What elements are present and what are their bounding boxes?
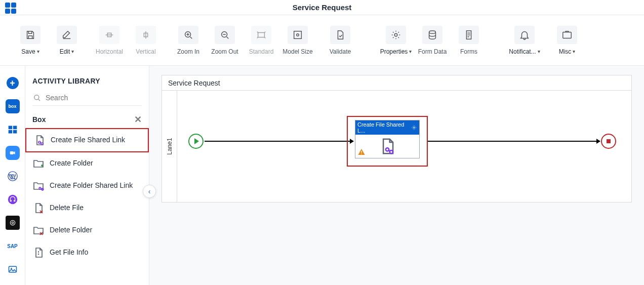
standard-zoom-button: Standard: [246, 26, 276, 55]
close-category-button[interactable]: ✕: [134, 114, 142, 125]
sidebar-item-zoom[interactable]: [6, 146, 20, 160]
activity-create-folder-shared-link[interactable]: Create Folder Shared Link: [25, 175, 149, 197]
sidebar-item-headset[interactable]: [6, 192, 20, 207]
activity-library-panel: ACTIVITY LIBRARY Box ✕ Create File Share…: [25, 66, 149, 285]
warning-icon: [357, 148, 366, 156]
standard-zoom-icon: [256, 29, 267, 40]
sidebar-item-wordpress[interactable]: [6, 169, 20, 183]
activity-label: Get File Info: [50, 248, 88, 257]
activity-create-folder[interactable]: Create Folder: [25, 152, 149, 175]
plus-icon: +: [7, 77, 19, 89]
video-icon: [9, 149, 16, 156]
svg-point-47: [414, 127, 415, 129]
svg-rect-51: [361, 151, 361, 153]
toolbar: Save▾ Edit▾ Horizontal Vertical Zoom In …: [0, 15, 644, 66]
activity-label: Create Folder: [50, 159, 93, 168]
bell-icon: [519, 29, 530, 40]
align-horizontal-icon: [104, 29, 115, 40]
svg-line-9: [227, 36, 229, 38]
app-switcher[interactable]: [0, 2, 20, 13]
search-icon: [32, 93, 42, 102]
flow-edge[interactable]: [428, 141, 600, 142]
canvas-title: Service Request: [162, 75, 631, 91]
file-delete-icon: [32, 202, 45, 214]
svg-rect-24: [10, 151, 13, 154]
svg-rect-20: [8, 126, 12, 130]
zoom-out-button[interactable]: Zoom Out: [210, 26, 240, 55]
page-title: Service Request: [20, 3, 624, 12]
file-link-icon: [378, 137, 397, 156]
align-vertical-button: Vertical: [131, 26, 161, 55]
svg-line-5: [190, 36, 192, 38]
svg-rect-19: [563, 32, 572, 38]
search-input[interactable]: [46, 94, 142, 102]
properties-button[interactable]: Properties▾: [381, 26, 411, 55]
save-button[interactable]: Save▾: [15, 26, 46, 55]
forms-button[interactable]: Forms: [454, 26, 484, 55]
chevron-left-icon: ‹: [148, 187, 151, 195]
folder-plus-icon: [32, 157, 45, 170]
file-link-icon: [33, 134, 46, 146]
sidebar-item-image[interactable]: [6, 262, 20, 276]
svg-point-13: [297, 33, 299, 36]
sidebar-item-windows[interactable]: [6, 123, 20, 137]
process-canvas[interactable]: Service Request Lane1 Create File Shared…: [162, 75, 632, 202]
svg-rect-22: [8, 130, 12, 134]
svg-line-50: [388, 150, 390, 151]
svg-line-40: [41, 189, 42, 189]
panel-title: ACTIVITY LIBRARY: [25, 66, 149, 90]
notifications-button[interactable]: Notificat...▾: [509, 26, 540, 55]
gear-icon[interactable]: [411, 125, 417, 131]
svg-rect-29: [9, 266, 16, 272]
chevron-down-icon: ▾: [71, 49, 74, 54]
flow-edge[interactable]: [205, 141, 353, 142]
align-vertical-icon: [140, 29, 151, 40]
sidebar-item-target[interactable]: [6, 216, 20, 230]
model-size-icon: [292, 29, 303, 40]
sidebar-item-sap[interactable]: SAP: [6, 239, 20, 253]
activity-delete-file[interactable]: Delete File: [25, 197, 149, 219]
sidebar-item-box[interactable]: box: [6, 99, 20, 113]
svg-line-35: [41, 143, 42, 143]
chevron-down-icon: ▾: [409, 49, 412, 54]
end-node[interactable]: [601, 134, 616, 149]
activity-create-file-shared-link[interactable]: Create File Shared Link: [25, 128, 149, 152]
activity-delete-folder[interactable]: Delete Folder: [25, 219, 149, 241]
svg-rect-23: [13, 130, 17, 134]
activity-get-file-info[interactable]: Get File Info: [25, 241, 149, 264]
app-grid-icon: [5, 2, 16, 13]
zoom-in-icon: [183, 29, 194, 40]
swimlane-header[interactable]: Lane1: [162, 91, 177, 202]
svg-point-27: [10, 220, 15, 225]
add-integration-button[interactable]: +: [6, 76, 20, 90]
wordpress-icon: [7, 171, 18, 182]
svg-rect-21: [13, 126, 17, 130]
zoom-in-button[interactable]: Zoom In: [173, 26, 204, 55]
form-data-button[interactable]: Form Data: [417, 26, 448, 55]
save-icon: [25, 29, 36, 40]
activity-label: Delete File: [50, 203, 84, 213]
activity-node-create-file-shared-link[interactable]: Create File Shared L...: [347, 116, 428, 167]
image-icon: [8, 264, 18, 274]
svg-point-31: [34, 95, 39, 100]
target-icon: [9, 219, 16, 226]
category-label: Box: [32, 115, 46, 124]
collapse-panel-button[interactable]: ‹: [143, 185, 156, 198]
form-data-icon: [427, 29, 438, 40]
svg-rect-11: [258, 32, 265, 37]
edit-button[interactable]: Edit▾: [52, 26, 82, 55]
windows-icon: [8, 125, 18, 135]
validate-button[interactable]: Validate: [325, 26, 355, 55]
svg-rect-52: [361, 153, 361, 154]
start-node[interactable]: [188, 134, 204, 149]
svg-point-14: [394, 33, 397, 36]
forms-icon: [463, 29, 474, 40]
zoom-out-icon: [219, 29, 230, 40]
svg-rect-12: [294, 31, 302, 38]
model-size-button[interactable]: Model Size: [283, 26, 313, 55]
chevron-down-icon: ▾: [573, 49, 575, 54]
misc-button[interactable]: Misc▾: [552, 26, 582, 55]
activity-label: Delete Folder: [50, 226, 92, 235]
chevron-down-icon: ▾: [37, 49, 39, 54]
gear-icon: [390, 29, 401, 40]
